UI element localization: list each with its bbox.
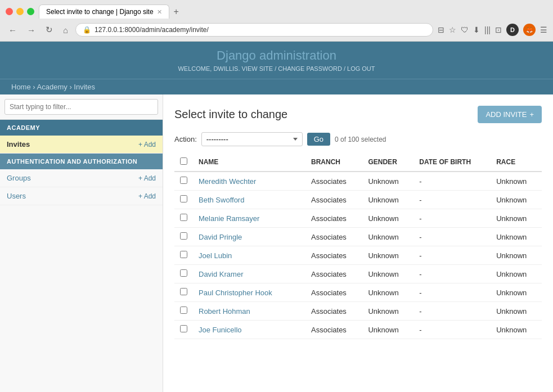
library-icon[interactable]: |||: [484, 25, 491, 34]
sidebar-item-invites[interactable]: Invites + Add: [0, 136, 163, 154]
row-race: Unknown: [491, 302, 542, 321]
breadcrumb-current: Invites: [74, 83, 95, 91]
select-all-checkbox[interactable]: [180, 157, 187, 165]
django-header: Django administration WELCOME, DWILLIS. …: [0, 42, 553, 79]
row-race: Unknown: [491, 191, 542, 209]
breadcrumb-academy[interactable]: Academy: [37, 83, 68, 91]
table-head: NAME BRANCH GENDER DATE OF BIRTH RACE: [174, 153, 542, 172]
row-checkbox-cell: [174, 228, 193, 246]
invites-add-link[interactable]: + Add: [138, 141, 156, 148]
sidebar-item-groups[interactable]: Groups + Add: [0, 169, 163, 187]
row-name: Joe Funicello: [193, 321, 305, 339]
row-name: Meredith Wechter: [193, 172, 305, 191]
row-race: Unknown: [491, 246, 542, 265]
welcome-bar: WELCOME, DWILLIS. VIEW SITE / CHANGE PAS…: [11, 65, 542, 72]
pocket-icon[interactable]: 🛡: [461, 25, 469, 34]
fullscreen-button[interactable]: [27, 8, 34, 15]
new-tab-button[interactable]: +: [174, 7, 179, 17]
row-name: Beth Swofford: [193, 191, 305, 209]
invite-name-link[interactable]: Melanie Ramsayer: [199, 214, 259, 223]
row-name: Robert Hohman: [193, 302, 305, 321]
row-gender: Unknown: [362, 283, 413, 302]
row-checkbox[interactable]: [180, 251, 187, 258]
star-icon[interactable]: ☆: [449, 25, 456, 34]
selected-count: 0 of 100 selected: [335, 136, 386, 143]
go-button[interactable]: Go: [307, 133, 330, 146]
firefox-icon[interactable]: 🦊: [523, 24, 536, 36]
row-branch: Associates: [305, 321, 362, 339]
content-header: Select invite to change ADD INVITE +: [174, 106, 542, 123]
breadcrumb-home[interactable]: Home: [11, 83, 31, 91]
back-button[interactable]: ←: [6, 24, 20, 37]
bookmarks-icon[interactable]: ⊟: [438, 25, 444, 34]
view-site-link[interactable]: VIEW SITE: [242, 65, 273, 72]
action-select[interactable]: ---------: [201, 132, 303, 146]
invite-name-link[interactable]: Meredith Wechter: [199, 177, 256, 186]
table-row: Joe Funicello Associates Unknown - Unkno…: [174, 321, 542, 339]
lock-icon: 🔒: [83, 26, 91, 34]
table-row: Paul Christopher Hook Associates Unknown…: [174, 283, 542, 302]
row-checkbox[interactable]: [180, 214, 187, 221]
invite-name-link[interactable]: Joe Funicello: [199, 326, 242, 334]
table-row: David Kramer Associates Unknown - Unknow…: [174, 265, 542, 283]
change-password-link[interactable]: CHANGE PASSWORD: [278, 65, 341, 72]
search-input[interactable]: [5, 99, 158, 115]
row-checkbox[interactable]: [180, 307, 187, 314]
reader-icon[interactable]: ⊡: [495, 25, 502, 34]
nav-bar: ← → ↻ ⌂ 🔒 127.0.0.1:8000/admin/academy/i…: [6, 23, 547, 37]
invite-name-link[interactable]: Joel Lubin: [199, 251, 232, 260]
log-out-link[interactable]: LOG OUT: [347, 65, 375, 72]
row-race: Unknown: [491, 172, 542, 191]
users-label: Users: [7, 192, 26, 200]
th-name[interactable]: NAME: [193, 153, 305, 172]
breadcrumb: Home › Academy › Invites: [11, 83, 95, 91]
sidebar-item-users[interactable]: Users + Add: [0, 187, 163, 205]
th-branch[interactable]: BRANCH: [305, 153, 362, 172]
users-add-link[interactable]: + Add: [138, 192, 156, 200]
download-icon[interactable]: ⬇: [473, 25, 480, 34]
row-branch: Associates: [305, 191, 362, 209]
table-row: Joel Lubin Associates Unknown - Unknown: [174, 246, 542, 265]
invite-name-link[interactable]: Robert Hohman: [199, 307, 250, 316]
th-race[interactable]: RACE: [491, 153, 542, 172]
forward-button[interactable]: →: [24, 24, 38, 37]
row-gender: Unknown: [362, 246, 413, 265]
row-gender: Unknown: [362, 302, 413, 321]
row-checkbox[interactable]: [180, 288, 187, 295]
invite-name-link[interactable]: David Pringle: [199, 233, 242, 241]
active-tab[interactable]: Select invite to change | Django site ✕: [39, 4, 169, 19]
invite-name-link[interactable]: Paul Christopher Hook: [199, 289, 272, 297]
menu-icon[interactable]: ☰: [540, 25, 547, 34]
profile-icon[interactable]: D: [506, 24, 519, 36]
invite-name-link[interactable]: Beth Swofford: [199, 196, 244, 204]
row-checkbox-cell: [174, 321, 193, 339]
row-checkbox[interactable]: [180, 325, 187, 332]
traffic-lights: [6, 8, 34, 15]
row-branch: Associates: [305, 283, 362, 302]
tab-close-icon[interactable]: ✕: [157, 8, 162, 16]
groups-add-link[interactable]: + Add: [138, 174, 156, 182]
th-gender[interactable]: GENDER: [362, 153, 413, 172]
row-gender: Unknown: [362, 228, 413, 246]
tab-bar: Select invite to change | Django site ✕ …: [39, 4, 547, 19]
th-dob[interactable]: DATE OF BIRTH: [413, 153, 491, 172]
table-body: Meredith Wechter Associates Unknown - Un…: [174, 172, 542, 339]
home-button[interactable]: ⌂: [60, 24, 71, 37]
refresh-button[interactable]: ↻: [43, 23, 56, 37]
address-bar[interactable]: 🔒 127.0.0.1:8000/admin/academy/invite/: [75, 23, 433, 37]
row-checkbox[interactable]: [180, 177, 187, 184]
row-checkbox[interactable]: [180, 269, 187, 277]
browser-chrome: Select invite to change | Django site ✕ …: [0, 0, 553, 42]
row-branch: Associates: [305, 209, 362, 228]
row-checkbox[interactable]: [180, 232, 187, 240]
close-button[interactable]: [6, 8, 13, 15]
breadcrumb-sep2: ›: [69, 83, 71, 91]
row-race: Unknown: [491, 209, 542, 228]
minimize-button[interactable]: [16, 8, 24, 15]
page-title: Select invite to change: [174, 108, 287, 121]
row-checkbox[interactable]: [180, 195, 187, 202]
invite-name-link[interactable]: David Kramer: [199, 270, 243, 278]
add-invite-button[interactable]: ADD INVITE +: [478, 106, 542, 123]
sep2: /: [344, 65, 345, 72]
row-branch: Associates: [305, 172, 362, 191]
